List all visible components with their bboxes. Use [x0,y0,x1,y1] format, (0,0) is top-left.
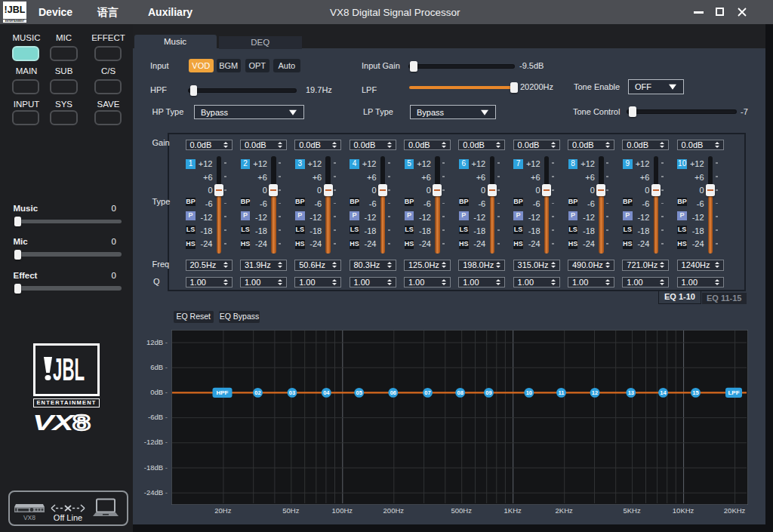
svg-text:09: 09 [485,389,491,396]
svg-text:11: 11 [558,389,564,396]
svg-text:LPF: LPF [728,389,739,396]
svg-text:14: 14 [660,389,667,396]
svg-text:04: 04 [323,389,330,396]
svg-text:05: 05 [356,389,362,396]
svg-text:10: 10 [525,389,531,396]
svg-text:07: 07 [424,389,430,396]
svg-text:03: 03 [288,389,294,396]
svg-text:08: 08 [457,389,463,396]
svg-text:12: 12 [591,389,597,396]
svg-text:JBL: JBL [53,356,85,383]
svg-text:HPF: HPF [216,389,228,396]
svg-text:02: 02 [254,389,260,396]
svg-text:06: 06 [390,389,396,396]
svg-text:13: 13 [627,389,633,396]
svg-text:15: 15 [692,389,698,396]
